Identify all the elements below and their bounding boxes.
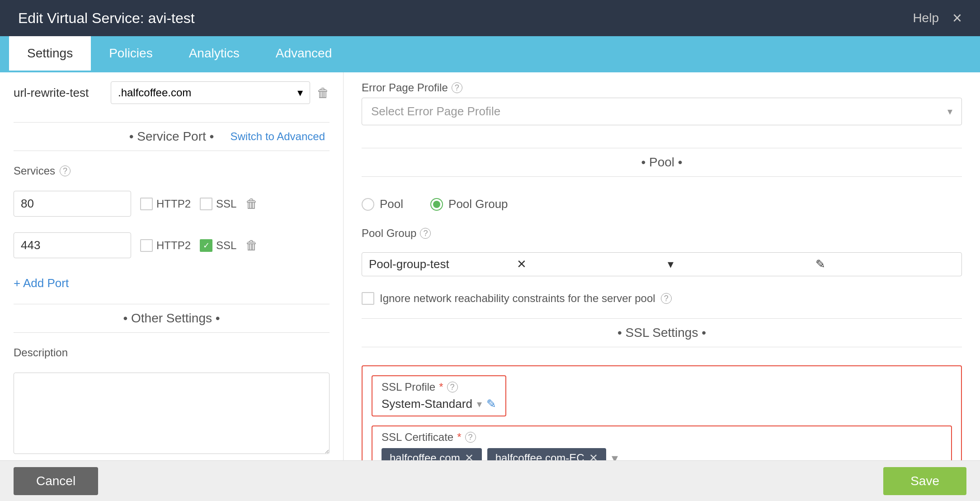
ssl-cert-box: SSL Certificate * ? halfcoffee.com ✕ hal… — [372, 425, 952, 460]
vhost-row: url-rewrite-test .halfcoffee.com ▾ 🗑 — [14, 81, 330, 104]
port-input-80[interactable] — [14, 191, 131, 217]
pool-group-chevron-icon[interactable]: ▾ — [664, 257, 811, 271]
error-page-dropdown[interactable]: Select Error Page Profile ▾ — [362, 98, 962, 125]
add-port-button[interactable]: + Add Port — [14, 276, 330, 290]
description-textarea[interactable] — [14, 373, 330, 454]
ssl-cert-label: SSL Certificate * ? — [382, 431, 942, 444]
title-bar: Edit Virtual Service: avi-test Help × — [0, 0, 980, 36]
service-row-443: HTTP2 ✓ SSL 🗑 — [14, 232, 330, 258]
right-panel: Error Page Profile ? Select Error Page P… — [344, 72, 980, 460]
tab-analytics[interactable]: Analytics — [171, 36, 258, 72]
ssl-cert-tags: halfcoffee.com ✕ halfcoffee.com-EC ✕ ▾ — [382, 448, 942, 460]
pool-group-clear-icon[interactable]: ✕ — [513, 257, 660, 271]
pool-section-title: • Pool • — [362, 148, 962, 177]
service-delete-icon-443[interactable]: 🗑 — [245, 238, 258, 253]
ssl-cert-tag-0: halfcoffee.com ✕ — [382, 448, 482, 460]
ssl-checkbox-443[interactable]: ✓ SSL — [200, 239, 236, 252]
help-button[interactable]: Help — [913, 11, 939, 25]
ssl-profile-edit-icon[interactable]: ✎ — [486, 397, 496, 411]
tab-policies[interactable]: Policies — [91, 36, 170, 72]
ignore-reachability-row: Ignore network reachability constraints … — [362, 292, 962, 305]
http2-checkbox-box-80[interactable] — [140, 198, 153, 210]
error-page-label: Error Page Profile ? — [362, 81, 962, 94]
pool-group-help-icon[interactable]: ? — [420, 228, 431, 239]
left-panel: url-rewrite-test .halfcoffee.com ▾ 🗑 • S… — [0, 72, 344, 460]
ssl-cert-remove-1[interactable]: ✕ — [589, 452, 598, 460]
other-settings-section-title: • Other Settings • — [14, 304, 330, 333]
ssl-profile-row: System-Standard ▾ ✎ — [382, 397, 496, 411]
description-label: Description — [14, 346, 330, 359]
footer: Cancel Save — [0, 460, 980, 501]
save-button[interactable]: Save — [883, 467, 966, 495]
vhost-name: url-rewrite-test — [14, 86, 104, 100]
pool-group-radio-circle[interactable] — [430, 198, 443, 211]
modal-container: Edit Virtual Service: avi-test Help × Se… — [0, 0, 980, 501]
ssl-settings-section-title: • SSL Settings • — [362, 318, 962, 347]
ssl-profile-chevron-icon[interactable]: ▾ — [477, 398, 482, 410]
ignore-reachability-checkbox[interactable] — [362, 292, 374, 305]
services-help-icon[interactable]: ? — [60, 165, 71, 176]
cancel-button[interactable]: Cancel — [14, 467, 98, 495]
ssl-cert-tag-1: halfcoffee.com-EC ✕ — [487, 448, 606, 460]
ssl-profile-value: System-Standard — [382, 397, 472, 411]
ssl-cert-remove-0[interactable]: ✕ — [465, 452, 474, 460]
error-page-help-icon[interactable]: ? — [452, 82, 462, 93]
title-bar-actions: Help × — [913, 9, 962, 28]
tab-settings[interactable]: Settings — [9, 36, 91, 72]
pool-radio-option[interactable]: Pool — [362, 197, 403, 211]
services-label-row: Services ? — [14, 165, 330, 177]
http2-checkbox-443[interactable]: HTTP2 — [140, 239, 191, 252]
port-input-443[interactable] — [14, 232, 131, 258]
ssl-profile-label: SSL Profile * ? — [382, 381, 496, 393]
ssl-cert-help-icon[interactable]: ? — [465, 432, 476, 443]
close-button[interactable]: × — [952, 9, 962, 28]
tab-advanced[interactable]: Advanced — [258, 36, 350, 72]
modal-title: Edit Virtual Service: avi-test — [18, 10, 195, 27]
service-delete-icon-80[interactable]: 🗑 — [245, 196, 258, 211]
vhost-domain-select[interactable]: .halfcoffee.com ▾ — [111, 81, 310, 104]
pool-radio-circle[interactable] — [362, 198, 374, 211]
ssl-profile-help-icon[interactable]: ? — [447, 382, 458, 392]
service-row-80: HTTP2 SSL 🗑 — [14, 191, 330, 217]
ssl-checkbox-80[interactable]: SSL — [200, 198, 236, 210]
vhost-delete-icon[interactable]: 🗑 — [317, 85, 330, 100]
ssl-profile-required: * — [439, 381, 443, 393]
pool-group-radio-inner — [433, 201, 440, 208]
http2-checkbox-box-443[interactable] — [140, 239, 153, 252]
content-area: url-rewrite-test .halfcoffee.com ▾ 🗑 • S… — [0, 72, 980, 460]
ssl-checkbox-box-443[interactable]: ✓ — [200, 239, 212, 252]
http2-checkbox-80[interactable]: HTTP2 — [140, 198, 191, 210]
chevron-down-icon: ▾ — [297, 86, 303, 99]
pool-group-radio-option[interactable]: Pool Group — [430, 197, 508, 211]
error-page-section: Error Page Profile ? Select Error Page P… — [362, 81, 962, 125]
pool-radio-group: Pool Pool Group — [362, 197, 962, 211]
ssl-profile-box: SSL Profile * ? System-Standard ▾ ✎ — [372, 375, 506, 416]
pool-group-edit-icon[interactable]: ✎ — [815, 257, 955, 271]
ignore-reachability-help-icon[interactable]: ? — [661, 293, 672, 304]
ssl-cert-chevron-icon[interactable]: ▾ — [612, 451, 618, 461]
service-port-section-title: • Service Port • Switch to Advanced — [14, 122, 330, 151]
ssl-checkbox-box-80[interactable] — [200, 198, 212, 210]
pool-group-input-row: Pool-group-test ✕ ▾ ✎ — [362, 252, 962, 276]
switch-to-advanced-button[interactable]: Switch to Advanced — [231, 130, 325, 143]
tabs-bar: Settings Policies Analytics Advanced — [0, 36, 980, 72]
services-label: Services — [14, 165, 55, 177]
error-page-chevron-icon: ▾ — [947, 106, 952, 118]
pool-group-value: Pool-group-test — [369, 257, 509, 271]
ssl-cert-required: * — [457, 431, 461, 444]
pool-group-label: Pool Group ? — [362, 227, 962, 240]
ssl-settings-section: SSL Profile * ? System-Standard ▾ ✎ SSL … — [362, 365, 962, 460]
